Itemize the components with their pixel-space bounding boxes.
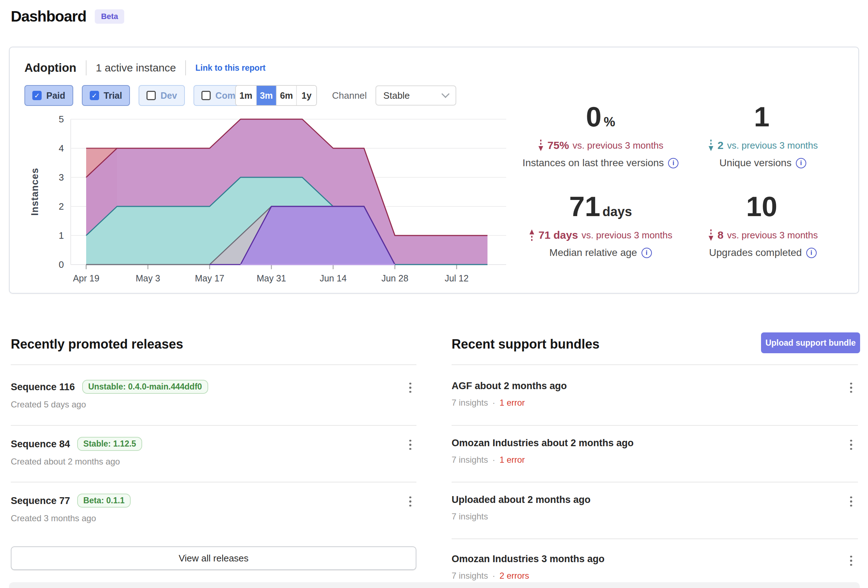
release-created: Created 5 days ago [11, 400, 208, 409]
adoption-title: Adoption [24, 61, 77, 75]
stat-instances-last-three-versions: 0% 75% vs. previous 3 months Instances o… [516, 102, 685, 169]
info-icon[interactable] [806, 248, 817, 258]
filter-dev[interactable]: Dev [139, 85, 185, 106]
channel-label: Channel [332, 90, 367, 101]
bundle-item[interactable]: Omozan Industries 3 months ago 7 insight… [452, 553, 605, 581]
bundle-item[interactable]: AGF about 2 months ago 7 insights·1 erro… [452, 380, 567, 408]
stat-value: 71days [516, 192, 685, 226]
kebab-menu-icon[interactable] [405, 437, 416, 453]
bundle-title: Omozan Industries about 2 months ago [452, 437, 633, 449]
bundle-title: Uploaded about 2 months ago [452, 493, 590, 506]
release-title: Sequence 77 [11, 495, 70, 507]
kebab-menu-icon[interactable] [846, 493, 856, 510]
range-1m[interactable]: 1m [236, 86, 256, 105]
checkbox-icon [201, 91, 211, 100]
info-icon[interactable] [642, 248, 652, 258]
stat-upgrades-completed: 10 8 vs. previous 3 months Upgrades comp… [679, 192, 847, 259]
release-item[interactable]: Sequence 77 Beta: 0.1.1 Created 3 months… [11, 493, 131, 523]
stat-unique-versions: 1 2 vs. previous 3 months Unique version… [679, 102, 847, 169]
stat-label: Instances on last three versions [516, 157, 685, 169]
info-icon[interactable] [796, 158, 806, 168]
divider [452, 482, 858, 482]
info-icon[interactable] [668, 158, 679, 168]
svg-text:Jun 14: Jun 14 [319, 273, 346, 283]
release-item[interactable]: Sequence 84 Stable: 1.12.5 Created about… [11, 437, 142, 467]
time-range-group: 1m 3m 6m 1y [235, 85, 317, 106]
bundle-errors: 2 errors [499, 571, 529, 581]
divider [452, 538, 858, 539]
adoption-area-chart: 012345Apr 19May 3May 17May 31Jun 14Jun 2… [29, 112, 513, 284]
kebab-menu-icon[interactable] [846, 437, 856, 453]
stat-value: 10 [679, 192, 847, 226]
release-title: Sequence 84 [11, 438, 70, 450]
svg-text:2: 2 [59, 201, 64, 212]
stat-label: Median relative age [516, 247, 685, 259]
adoption-card-header: Adoption 1 active instance Link to this … [24, 60, 266, 75]
svg-text:May 31: May 31 [257, 273, 286, 283]
trend-down-icon [708, 229, 714, 241]
dashboard-page: Dashboard Beta Adoption 1 active instanc… [0, 0, 868, 588]
stat-label: Upgrades completed [679, 247, 847, 259]
header-divider [86, 60, 87, 75]
channel-selected-value: Stable [383, 90, 410, 101]
active-instance-count: 1 active instance [96, 62, 176, 74]
release-created: Created about 2 months ago [11, 457, 142, 467]
filter-paid[interactable]: Paid [24, 85, 73, 106]
divider [452, 364, 858, 365]
chart-y-axis-label: Instances [30, 168, 40, 216]
svg-text:3: 3 [59, 172, 64, 183]
svg-text:0: 0 [59, 259, 64, 270]
filter-label: Paid [46, 90, 65, 101]
bundle-meta: 7 insights·1 error [452, 398, 567, 408]
checkbox-icon [90, 91, 99, 100]
stat-label: Unique versions [679, 157, 847, 169]
range-1y[interactable]: 1y [296, 86, 316, 105]
svg-text:4: 4 [59, 143, 64, 154]
upload-support-bundle-button[interactable]: Upload support bundle [761, 332, 860, 353]
release-channel-badge: Stable: 1.12.5 [77, 437, 142, 451]
kebab-menu-icon[interactable] [405, 380, 416, 396]
bundle-meta: 7 insights [452, 511, 590, 522]
bundle-title: Omozan Industries 3 months ago [452, 553, 605, 565]
stat-value: 0% [516, 102, 685, 136]
trend-down-icon [538, 139, 544, 152]
stat-trend: 71 days vs. previous 3 months [516, 229, 685, 241]
channel-select[interactable]: Stable [375, 86, 456, 106]
view-all-releases-button[interactable]: View all releases [11, 547, 416, 570]
checkbox-icon [146, 91, 156, 100]
bundle-meta: 7 insights·2 errors [452, 571, 605, 581]
filter-label: Dev [161, 90, 177, 101]
range-6m[interactable]: 6m [276, 86, 296, 105]
svg-text:Jun 28: Jun 28 [381, 273, 408, 283]
release-item[interactable]: Sequence 116 Unstable: 0.4.0-main.444ddf… [11, 380, 208, 409]
bundles-heading: Recent support bundles [452, 337, 599, 352]
bundle-errors: 1 error [499, 398, 525, 408]
divider [11, 364, 416, 365]
release-channel-badge: Beta: 0.1.1 [77, 493, 131, 508]
trend-down-icon [708, 139, 714, 152]
release-title: Sequence 116 [11, 381, 75, 393]
stat-trend: 8 vs. previous 3 months [679, 229, 847, 241]
next-section-edge [9, 582, 860, 588]
kebab-menu-icon[interactable] [846, 553, 856, 569]
svg-text:5: 5 [59, 114, 64, 124]
beta-badge: Beta [95, 9, 124, 24]
filter-trial[interactable]: Trial [82, 85, 130, 106]
bundle-item[interactable]: Uploaded about 2 months ago 7 insights [452, 493, 590, 522]
link-to-report[interactable]: Link to this report [195, 63, 266, 73]
bundle-errors: 1 error [499, 455, 525, 464]
kebab-menu-icon[interactable] [405, 493, 416, 510]
channel-control: Channel Stable [332, 85, 456, 106]
stat-value: 1 [679, 102, 847, 136]
chevron-down-icon [441, 90, 450, 98]
divider [11, 425, 416, 426]
bundle-item[interactable]: Omozan Industries about 2 months ago 7 i… [452, 437, 633, 465]
page-header: Dashboard Beta [11, 8, 124, 25]
bundle-title: AGF about 2 months ago [452, 380, 567, 392]
release-created: Created 3 months ago [11, 513, 131, 523]
divider [452, 425, 858, 426]
range-3m[interactable]: 3m [256, 86, 276, 105]
kebab-menu-icon[interactable] [846, 380, 856, 396]
page-title: Dashboard [11, 8, 86, 25]
divider [11, 482, 416, 482]
